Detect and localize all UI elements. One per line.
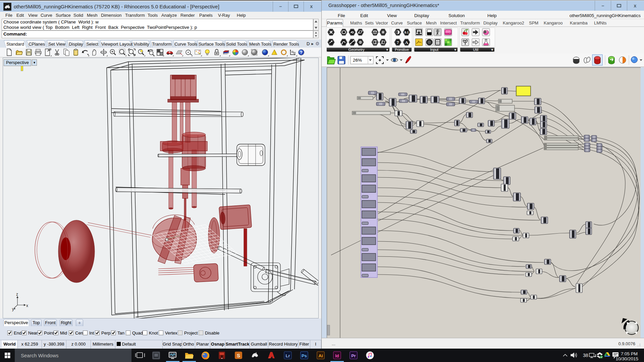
svg-text:7:05 PM: 7:05 PM <box>621 351 638 356</box>
svg-text:S: S <box>237 353 240 358</box>
svg-text:Ps: Ps <box>302 353 307 358</box>
svg-text:0.1: 0.1 <box>405 31 409 34</box>
svg-text:Search Windows: Search Windows <box>21 353 59 358</box>
svg-text:Lr: Lr <box>286 353 290 358</box>
svg-text:y: y <box>12 307 14 311</box>
svg-text:Pr: Pr <box>351 353 356 358</box>
svg-text:z: z <box>16 292 18 297</box>
svg-text:A: A <box>405 40 408 45</box>
svg-text:10/30/2015: 10/30/2015 <box>615 356 638 361</box>
svg-text:Id: Id <box>335 353 339 358</box>
svg-text:7: 7 <box>397 40 399 45</box>
svg-text:26%: 26% <box>353 58 362 63</box>
svg-text:?: ? <box>300 50 303 55</box>
svg-text:Ai: Ai <box>319 353 323 358</box>
svg-text:38: 38 <box>583 353 588 358</box>
svg-text:x: x <box>26 303 28 308</box>
